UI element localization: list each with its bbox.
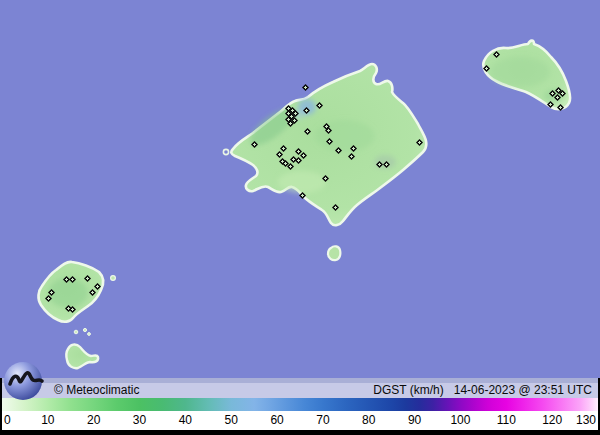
colorbar-tick-labels: 0102030405060708090100110120130 <box>2 411 598 430</box>
tick-label-80: 80 <box>362 413 375 427</box>
islet-espalmador-2 <box>83 328 86 331</box>
islet-tagomago <box>111 276 116 281</box>
tick-label-50: 50 <box>225 413 238 427</box>
tick-label-10: 10 <box>41 413 54 427</box>
meteoclimatic-gust-map: © Meteoclimatic DGST (km/h)14-06-2023 @ … <box>0 0 600 435</box>
product-label: DGST (km/h) <box>373 383 443 397</box>
tick-label-40: 40 <box>179 413 192 427</box>
meteoclimatic-logo-icon <box>2 358 48 404</box>
tick-label-0: 0 <box>4 413 11 427</box>
tick-label-30: 30 <box>133 413 146 427</box>
wind-gust-colorbar <box>2 398 598 411</box>
tick-label-60: 60 <box>270 413 283 427</box>
islet-espalmador-3 <box>88 333 91 336</box>
footer-bar: © Meteoclimatic DGST (km/h)14-06-2023 @ … <box>0 378 600 435</box>
islet-espalmador-1 <box>74 330 78 334</box>
islet-dragonera <box>223 149 228 154</box>
tick-label-90: 90 <box>408 413 421 427</box>
island-cabrera <box>328 246 340 260</box>
meteoclimatic-logo <box>2 358 48 404</box>
copyright-text: © Meteoclimatic <box>54 383 140 397</box>
map-area <box>0 0 600 378</box>
island-formentera <box>66 345 98 369</box>
island-mallorca <box>231 64 426 225</box>
legend-title-row: © Meteoclimatic DGST (km/h)14-06-2023 @ … <box>2 378 598 398</box>
product-timestamp: DGST (km/h)14-06-2023 @ 23:51 UTC <box>373 383 592 397</box>
tick-label-70: 70 <box>316 413 329 427</box>
tick-label-110: 110 <box>497 413 516 427</box>
timestamp-label: 14-06-2023 @ 23:51 UTC <box>454 383 592 397</box>
tick-label-130: 130 <box>576 413 596 427</box>
islands-svg <box>0 0 600 378</box>
tick-label-20: 20 <box>87 413 100 427</box>
tick-label-120: 120 <box>542 413 562 427</box>
tick-label-100: 100 <box>450 413 470 427</box>
